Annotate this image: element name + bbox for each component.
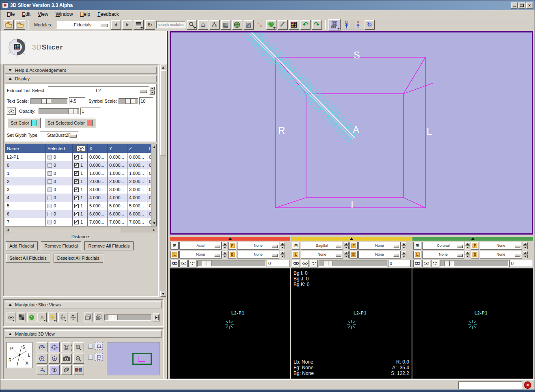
zoom-in-button[interactable] bbox=[73, 342, 84, 352]
cell-name[interactable]: 6 bbox=[5, 210, 46, 218]
background-spinner[interactable] bbox=[401, 251, 406, 258]
cell-x[interactable]: 3.000... bbox=[88, 185, 108, 194]
spinner-down-button[interactable] bbox=[222, 255, 227, 258]
table-row[interactable]: 7 0 1 7.000... 7.000... 7.000... 0.0 bbox=[5, 218, 156, 226]
slider-thumb[interactable] bbox=[68, 109, 78, 114]
spinner-down-button[interactable] bbox=[344, 255, 349, 258]
bg-layer-toggle-button[interactable]: B bbox=[94, 312, 103, 322]
remove-all-fiducials-button[interactable]: Remove All Fiducials bbox=[84, 241, 133, 250]
background-layer-button[interactable]: B bbox=[228, 251, 236, 258]
axial-orientation-combobox[interactable]: Axial bbox=[179, 242, 222, 250]
cell-selected[interactable]: 0 bbox=[46, 153, 73, 161]
slice-plane-button[interactable]: ⊞ bbox=[170, 242, 179, 250]
link-slices-button[interactable] bbox=[413, 260, 421, 267]
table-row[interactable]: 2 0 1 2.000... 2.000... 2.000... 0.0 bbox=[5, 177, 156, 185]
center-view-button[interactable] bbox=[49, 342, 60, 352]
orientation-spinner[interactable] bbox=[465, 242, 470, 249]
table-vertical-scrollbar[interactable] bbox=[151, 144, 156, 226]
set-color-button[interactable]: Set Color bbox=[7, 118, 41, 128]
slice-plane-button[interactable]: ⊞ bbox=[413, 242, 421, 250]
rock-view-button[interactable] bbox=[37, 365, 47, 375]
cell-x[interactable]: 0.000... bbox=[88, 153, 108, 161]
cell-selected[interactable]: 0 bbox=[46, 194, 73, 202]
spinner-down-button[interactable] bbox=[523, 246, 528, 249]
slider-thumb[interactable] bbox=[108, 315, 118, 320]
scroll-up-button[interactable] bbox=[151, 144, 157, 150]
3d-viewport[interactable]: S R A L I bbox=[170, 31, 533, 235]
slice-visibility-button[interactable] bbox=[301, 260, 309, 267]
checkbox-unchecked-icon[interactable] bbox=[47, 171, 52, 176]
label-layer-button[interactable]: L bbox=[413, 251, 421, 258]
cell-y[interactable]: 6.000... bbox=[108, 210, 127, 218]
cell-z[interactable]: 0.000... bbox=[127, 161, 147, 169]
fiducials-module-button[interactable] bbox=[255, 20, 265, 30]
axis-orientation-widget[interactable]: P S L A I R bbox=[6, 342, 32, 368]
fiducial-list-spinner[interactable] bbox=[149, 87, 155, 95]
cell-selected[interactable]: 0 bbox=[46, 202, 73, 210]
checkbox-checked-icon[interactable] bbox=[74, 171, 79, 176]
cell-selected[interactable]: 0 bbox=[46, 169, 73, 177]
orientation-spinner[interactable] bbox=[344, 242, 349, 249]
cell-selected[interactable]: 0 bbox=[46, 185, 73, 194]
sagittal-offset-value[interactable]: 0 bbox=[388, 260, 411, 267]
table-row[interactable]: 0 0 1 0.000... 0.000... 0.000... 0.0 bbox=[5, 161, 156, 169]
menu-view[interactable]: View bbox=[35, 11, 52, 18]
opacity-slider[interactable] bbox=[39, 108, 79, 114]
cell-x[interactable]: 4.000... bbox=[88, 194, 108, 202]
cell-name[interactable]: L2-P1 bbox=[5, 153, 46, 161]
cell-visible[interactable]: 1 bbox=[73, 202, 88, 210]
slider-thumb[interactable] bbox=[202, 261, 211, 266]
link-slices-button[interactable] bbox=[292, 260, 300, 267]
cell-name[interactable]: 0 bbox=[5, 161, 46, 169]
minimize-button[interactable] bbox=[511, 2, 518, 9]
glyph-type-combobox[interactable]: StarBurst2D bbox=[40, 131, 79, 139]
remove-fiducial-button[interactable]: Remove Fiducial bbox=[41, 241, 82, 250]
cell-name[interactable]: 5 bbox=[5, 202, 46, 210]
slider-thumb[interactable] bbox=[125, 99, 135, 104]
cell-y[interactable]: 3.000... bbox=[108, 185, 127, 194]
spin-view-button[interactable] bbox=[37, 353, 47, 364]
display-section-header[interactable]: Display bbox=[5, 75, 157, 82]
label-opacity-button[interactable] bbox=[27, 312, 36, 322]
spinner-down-button[interactable] bbox=[280, 246, 285, 249]
col-x[interactable]: X bbox=[88, 144, 108, 153]
checkbox-checked-icon[interactable] bbox=[74, 204, 79, 208]
cell-visible[interactable]: 1 bbox=[73, 185, 88, 194]
cell-z[interactable]: 6.000... bbox=[127, 210, 147, 218]
checkbox-checked-icon[interactable] bbox=[74, 163, 79, 168]
spinner-up-button[interactable] bbox=[344, 251, 349, 254]
foreground-spinner[interactable] bbox=[401, 242, 406, 249]
fit-button[interactable]: F bbox=[153, 313, 160, 321]
help-section-header[interactable]: Help & Acknowledgement bbox=[5, 67, 157, 74]
view3d-visibility-button[interactable] bbox=[49, 365, 60, 375]
cell-z[interactable]: 2.000... bbox=[127, 177, 147, 185]
cell-visible[interactable]: 1 bbox=[73, 194, 88, 202]
cell-z[interactable]: 4.000... bbox=[127, 194, 147, 202]
slice-visibility-button[interactable] bbox=[422, 260, 430, 267]
spinner-up-button[interactable] bbox=[280, 242, 285, 246]
editor-module-button[interactable] bbox=[278, 20, 288, 30]
coronal-viewport[interactable]: L2-P1 bbox=[412, 268, 533, 379]
cell-y[interactable]: 2.000... bbox=[108, 177, 127, 185]
spinner-up-button[interactable] bbox=[280, 251, 285, 254]
spinner-up-button[interactable] bbox=[149, 87, 155, 90]
fiducial-list-combobox[interactable]: L2 bbox=[48, 86, 149, 95]
checkbox-unchecked-icon[interactable] bbox=[47, 220, 52, 224]
symbol-scale-slider[interactable] bbox=[119, 98, 138, 104]
checkbox-unchecked-icon[interactable] bbox=[47, 155, 52, 159]
transforms-module-button[interactable]: ▨ bbox=[244, 20, 254, 30]
cell-visible[interactable]: 1 bbox=[73, 210, 88, 218]
checkbox-unchecked-icon[interactable] bbox=[47, 163, 52, 168]
spin-option-icon[interactable] bbox=[95, 342, 103, 350]
cell-y[interactable]: 0.000... bbox=[108, 161, 127, 169]
cell-x[interactable]: 7.000... bbox=[88, 218, 108, 226]
scroll-left-button[interactable] bbox=[5, 227, 11, 233]
cell-visible[interactable]: 1 bbox=[73, 218, 88, 226]
table-row[interactable]: 4 0 1 4.000... 4.000... 4.000... 0.0 bbox=[5, 194, 156, 202]
pan-button[interactable] bbox=[69, 312, 78, 322]
screen-capture-button[interactable]: ↻ bbox=[365, 20, 375, 30]
crosshair-button[interactable] bbox=[48, 312, 57, 322]
axial-offset-slider[interactable] bbox=[197, 261, 266, 267]
screenshot-button[interactable] bbox=[61, 353, 72, 364]
label-spinner[interactable] bbox=[465, 251, 470, 258]
